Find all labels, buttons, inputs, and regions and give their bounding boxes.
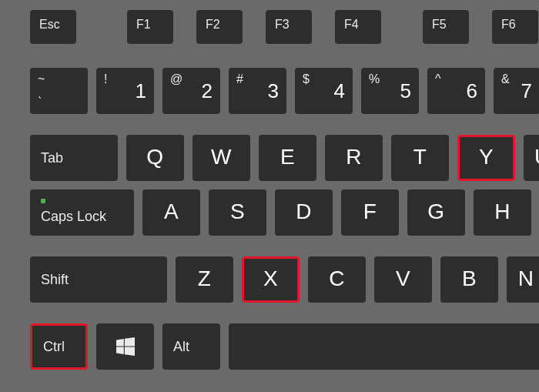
key-label: G (407, 199, 465, 224)
key-upper: % (369, 72, 380, 86)
key-upper: & (501, 72, 510, 86)
key-3[interactable]: # 3 (229, 68, 286, 114)
key-7[interactable]: & 7 (494, 68, 539, 114)
key-label: Z (176, 266, 233, 291)
caps-lock-indicator-icon (41, 199, 45, 203)
key-y[interactable]: Y (457, 135, 515, 181)
key-label: H (474, 199, 531, 224)
key-w[interactable]: W (192, 135, 250, 181)
key-b[interactable]: B (440, 256, 498, 303)
key-label: T (391, 145, 449, 169)
key-label: R (325, 145, 383, 169)
key-label: Q (126, 145, 184, 169)
key-f1[interactable]: F1 (127, 10, 173, 44)
key-f[interactable]: F (341, 189, 399, 236)
key-v[interactable]: V (374, 256, 432, 303)
key-d[interactable]: D (275, 189, 333, 236)
key-tilde[interactable]: ~ ` (30, 68, 88, 114)
key-x[interactable]: X (242, 256, 300, 303)
key-label: S (209, 199, 266, 224)
key-main: 1 (136, 79, 146, 103)
key-lower: ` (38, 95, 42, 109)
key-shift[interactable]: Shift (30, 256, 167, 303)
key-esc[interactable]: Esc (30, 10, 76, 44)
key-f6[interactable]: F6 (492, 10, 538, 44)
key-alt[interactable]: Alt (162, 323, 220, 370)
key-label: A (142, 199, 200, 224)
key-label: Tab (41, 150, 63, 166)
key-main: 2 (202, 79, 213, 103)
key-label: W (192, 145, 250, 169)
key-upper: @ (170, 72, 182, 86)
key-c[interactable]: C (308, 256, 366, 303)
key-label: V (374, 266, 432, 291)
key-f3[interactable]: F3 (266, 10, 312, 44)
key-q[interactable]: Q (126, 135, 184, 181)
key-label: N (507, 266, 539, 291)
key-label: X (244, 266, 297, 291)
key-main: 7 (521, 79, 532, 103)
windows-icon (116, 337, 135, 356)
key-a[interactable]: A (142, 189, 200, 236)
keyboard: Esc F1 F2 F3 F4 F5 F6 ~ ` ! 1 @ 2 # 3 $ … (0, 0, 539, 392)
key-label: Shift (41, 272, 69, 288)
key-e[interactable]: E (259, 135, 316, 181)
key-space[interactable] (229, 323, 539, 370)
key-label: B (440, 266, 498, 291)
key-label: F2 (206, 18, 220, 32)
key-n[interactable]: N (507, 256, 539, 303)
key-caps-lock[interactable]: Caps Lock (30, 189, 134, 236)
key-label: F6 (501, 18, 516, 32)
key-h[interactable]: H (474, 189, 531, 236)
key-label: F3 (275, 18, 290, 32)
key-label: F5 (432, 18, 447, 32)
key-6[interactable]: ^ 6 (427, 68, 485, 114)
key-label: Esc (39, 18, 60, 32)
key-windows[interactable] (96, 323, 154, 370)
key-label: Ctrl (43, 339, 65, 355)
key-label: E (259, 145, 316, 169)
key-1[interactable]: ! 1 (96, 68, 154, 114)
key-label: Y (460, 145, 513, 169)
key-label: U (524, 145, 539, 169)
key-label: F (341, 199, 399, 224)
key-label: Caps Lock (41, 208, 106, 224)
key-label: C (308, 266, 366, 291)
key-upper: ! (104, 72, 107, 86)
key-ctrl[interactable]: Ctrl (30, 323, 88, 370)
key-u[interactable]: U (524, 135, 539, 181)
key-label: F4 (344, 18, 359, 32)
key-label: D (275, 199, 333, 224)
key-g[interactable]: G (407, 189, 465, 236)
key-tab[interactable]: Tab (30, 135, 118, 181)
key-f5[interactable]: F5 (423, 10, 469, 44)
key-main: 3 (268, 79, 279, 103)
key-upper: # (236, 72, 243, 86)
key-upper: ~ (38, 72, 45, 86)
key-2[interactable]: @ 2 (162, 68, 220, 114)
key-main: 6 (467, 79, 477, 103)
key-r[interactable]: R (325, 135, 383, 181)
key-5[interactable]: % 5 (361, 68, 419, 114)
key-4[interactable]: $ 4 (295, 68, 353, 114)
key-upper: $ (303, 72, 310, 86)
key-upper: ^ (435, 72, 441, 86)
key-z[interactable]: Z (176, 256, 233, 303)
key-f4[interactable]: F4 (335, 10, 381, 44)
key-f2[interactable]: F2 (196, 10, 243, 44)
key-main: 4 (334, 79, 345, 103)
key-label: Alt (173, 339, 189, 355)
key-label: F1 (136, 18, 151, 32)
key-s[interactable]: S (209, 189, 266, 236)
key-main: 5 (400, 79, 411, 103)
key-t[interactable]: T (391, 135, 449, 181)
